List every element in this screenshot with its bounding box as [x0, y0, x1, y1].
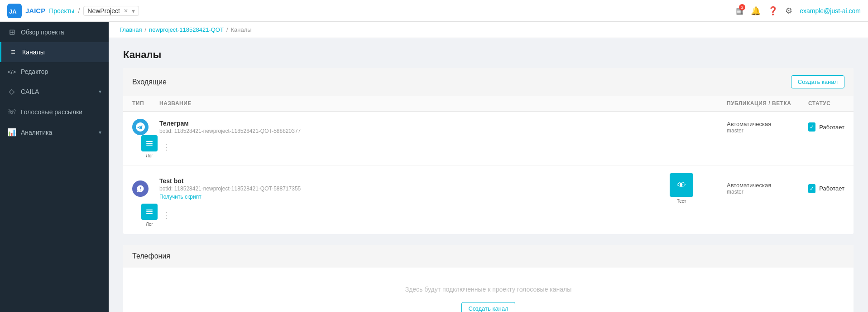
log-button-telegram[interactable]: Лог: [141, 135, 158, 158]
voice-icon: ☏: [7, 107, 16, 116]
col-publication: ПУБЛИКАЦИЯ / ВЕТКА: [727, 100, 808, 107]
incoming-title: Входящие: [132, 78, 167, 86]
more-options-testbot[interactable]: ⋮: [160, 209, 172, 222]
channel-info-telegram: Телеграм botid: 118528421-newproject-118…: [159, 120, 636, 134]
logo[interactable]: JA JAICP: [7, 4, 45, 18]
test-button[interactable]: 👁: [670, 173, 693, 197]
breadcrumb: Главная / newproject-118528421-QOT / Кан…: [109, 22, 868, 38]
project-name: NewProject: [87, 7, 120, 15]
create-channel-button-top[interactable]: Создать канал: [791, 75, 844, 88]
channel-publication-testbot: Автоматическая master: [727, 182, 808, 195]
layout: ⊞ Обзор проекта ≡ Каналы </> Редактор ◇ …: [0, 22, 868, 312]
user-email[interactable]: example@just-ai.com: [800, 7, 861, 15]
editor-icon: </>: [7, 68, 16, 75]
channel-status-testbot: ✓ Работает: [808, 184, 844, 193]
col-test: [636, 100, 727, 107]
sidebar-label-caila: CAILA: [21, 88, 94, 95]
col-type: ТИП: [132, 100, 159, 107]
sidebar-label-channels: Каналы: [22, 49, 101, 56]
sidebar-label-editor: Редактор: [21, 68, 101, 75]
create-channel-button-telephony[interactable]: Создать канал: [461, 302, 515, 312]
breadcrumb-home[interactable]: Главная: [120, 26, 142, 33]
channel-publication-telegram: Автоматическая master: [727, 121, 808, 134]
analytics-icon: 📊: [7, 128, 16, 136]
projects-link[interactable]: Проекты: [49, 7, 74, 15]
content-area: Каналы Входящие Создать канал ТИП НАЗВАН…: [109, 38, 868, 312]
page-title: Каналы: [123, 49, 854, 61]
channel-info-testbot: Test bot botid: 118528421-newproject-118…: [159, 177, 636, 200]
channel-botid-testbot: botid: 118528421-newproject-118528421-QO…: [159, 185, 636, 192]
notification-badge: 2: [739, 4, 745, 10]
logo-icon: JA: [7, 4, 22, 18]
channel-get-script[interactable]: Получить скрипт: [159, 194, 636, 200]
sidebar-item-editor[interactable]: </> Редактор: [0, 62, 109, 81]
sidebar-item-voice[interactable]: ☏ Голосовые рассылки: [0, 102, 109, 122]
status-check-testbot: ✓: [808, 184, 815, 193]
sidebar: ⊞ Обзор проекта ≡ Каналы </> Редактор ◇ …: [0, 22, 109, 312]
breadcrumb-sep-2: /: [226, 26, 228, 33]
eye-icon: 👁: [677, 180, 686, 190]
channel-actions-testbot: Лог ⋮: [132, 204, 159, 227]
sidebar-label-voice: Голосовые рассылки: [21, 108, 101, 116]
sidebar-item-analytics[interactable]: 📊 Аналитика ▾: [0, 122, 109, 142]
overview-icon: ⊞: [7, 28, 16, 36]
channel-botid-telegram: botid: 118528421-newproject-118528421-QO…: [159, 128, 636, 134]
bell-icon[interactable]: 🔔: [751, 6, 761, 16]
chat-icon: [132, 180, 149, 197]
analytics-chevron-icon: ▾: [99, 129, 101, 136]
logo-text: JAICP: [25, 7, 45, 15]
telegram-icon: [132, 119, 149, 135]
table-row: Телеграм botid: 118528421-newproject-118…: [123, 112, 854, 166]
main-content: Главная / newproject-118528421-QOT / Кан…: [109, 22, 868, 312]
log-icon-2: [146, 210, 153, 214]
table-row: Test bot botid: 118528421-newproject-118…: [123, 166, 854, 234]
project-dropdown-icon[interactable]: ▾: [132, 7, 135, 15]
breadcrumb-current: Каналы: [231, 26, 252, 33]
col-name: НАЗВАНИЕ: [159, 100, 636, 107]
messages-icon[interactable]: ▦ 2: [736, 6, 743, 16]
telephony-empty-text: Здесь будут подключенные к проекту голос…: [132, 286, 844, 293]
sidebar-item-caila[interactable]: ◇ CAILA ▾: [0, 81, 109, 102]
channels-icon: ≡: [9, 48, 18, 56]
project-close-icon[interactable]: ✕: [124, 8, 128, 14]
caila-chevron-icon: ▾: [99, 88, 101, 95]
incoming-section-header: Входящие Создать канал: [123, 68, 854, 96]
telephony-empty: Здесь будут подключенные к проекту голос…: [123, 268, 854, 312]
col-status: СТАТУС: [808, 100, 844, 107]
settings-icon[interactable]: ⚙: [785, 6, 792, 16]
channel-type-telegram: [132, 119, 159, 135]
breadcrumb-sep-1: /: [144, 26, 146, 33]
status-label-testbot: Работает: [819, 185, 844, 192]
caila-icon: ◇: [7, 87, 16, 96]
status-label-telegram: Работает: [819, 124, 844, 131]
log-icon: [146, 141, 153, 146]
status-check-telegram: ✓: [808, 122, 815, 132]
sidebar-label-overview: Обзор проекта: [21, 29, 101, 36]
telephony-section-header: Телефония: [123, 245, 854, 268]
telephony-title: Телефония: [132, 252, 170, 260]
more-options-telegram[interactable]: ⋮: [160, 140, 172, 154]
sidebar-item-overview[interactable]: ⊞ Обзор проекта: [0, 22, 109, 42]
svg-text:JA: JA: [9, 8, 17, 15]
channel-type-chat: [132, 180, 159, 197]
help-icon[interactable]: ❓: [768, 6, 778, 16]
header: JA JAICP Проекты / NewProject ✕ ▾ ▦ 2 🔔 …: [0, 0, 868, 22]
channel-status-telegram: ✓ Работает: [808, 122, 844, 132]
telephony-section: Телефония Здесь будут подключенные к про…: [123, 245, 854, 312]
header-nav: Проекты / NewProject ✕ ▾: [49, 6, 736, 16]
channel-test-cell-testbot: 👁 Тест: [636, 173, 727, 204]
project-selector[interactable]: NewProject ✕ ▾: [83, 6, 139, 16]
sidebar-item-channels[interactable]: ≡ Каналы: [0, 42, 109, 62]
nav-sep-1: /: [78, 7, 80, 15]
channel-name-telegram: Телеграм: [159, 120, 636, 127]
header-actions: ▦ 2 🔔 ❓ ⚙ example@just-ai.com: [736, 6, 861, 16]
log-button-testbot[interactable]: Лог: [141, 204, 158, 227]
channel-name-testbot: Test bot: [159, 177, 636, 185]
channel-actions-telegram: Лог ⋮: [132, 135, 159, 158]
sidebar-label-analytics: Аналитика: [21, 129, 94, 136]
breadcrumb-project[interactable]: newproject-118528421-QOT: [149, 26, 224, 33]
incoming-section: Входящие Создать канал ТИП НАЗВАНИЕ ПУБЛ…: [123, 68, 854, 234]
table-header: ТИП НАЗВАНИЕ ПУБЛИКАЦИЯ / ВЕТКА СТАТУС: [123, 96, 854, 112]
